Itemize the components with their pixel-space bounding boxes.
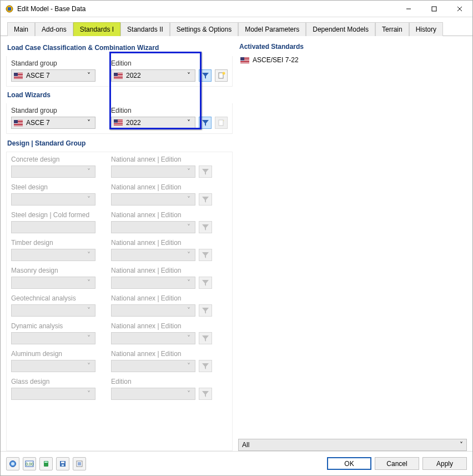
tab-history[interactable]: History xyxy=(409,22,443,36)
svg-rect-16 xyxy=(44,462,48,463)
new-button-loadcase[interactable] xyxy=(215,69,228,82)
design-row-annex-label: National annex | Edition xyxy=(111,239,195,249)
filter-button-design xyxy=(199,360,212,372)
combo-loadcase-edition[interactable]: 2022 ˅ xyxy=(111,69,195,82)
tab-standards-2[interactable]: Standards II xyxy=(120,22,170,36)
titlebar: Edit Model - Base Data xyxy=(1,1,472,17)
chevron-down-icon: ˅ xyxy=(85,196,93,203)
combo-design-standard: ˅ xyxy=(11,193,95,206)
help-button[interactable] xyxy=(6,457,19,470)
combo-filter-all-value: All xyxy=(242,441,460,449)
design-row-label: Concrete design xyxy=(11,156,95,166)
design-row-label: Dynamic analysis xyxy=(11,322,95,332)
chevron-down-icon: ˅ xyxy=(85,362,93,370)
chevron-down-icon: ˅ xyxy=(185,390,193,398)
combo-design-edition: ˅ xyxy=(111,360,195,372)
design-row-annex-label: National annex | Edition xyxy=(111,183,195,193)
design-row: Glass design ˅ Edition ˅ xyxy=(11,378,228,400)
filter-button-loadwiz[interactable] xyxy=(199,117,212,129)
apply-button[interactable]: Apply xyxy=(422,457,467,470)
label-standard-group: Standard group xyxy=(11,59,95,69)
tab-dependent-models[interactable]: Dependent Models xyxy=(306,22,375,36)
save-icon xyxy=(59,460,67,468)
filter-button-design xyxy=(199,332,212,344)
tab-model-parameters[interactable]: Model Parameters xyxy=(238,22,306,36)
combo-filter-all[interactable]: All ˅ xyxy=(238,439,467,451)
combo-design-edition: ˅ xyxy=(111,193,195,206)
minimize-button[interactable] xyxy=(396,1,421,17)
combo-design-edition: ˅ xyxy=(111,221,195,233)
design-row: Steel design | Cold formed National anne… xyxy=(11,211,228,233)
design-row: Dynamic analysis ˅ National annex | Edit… xyxy=(11,322,228,344)
filter-icon xyxy=(202,119,209,127)
design-row-annex-label: National annex | Edition xyxy=(111,322,195,332)
cancel-button[interactable]: Cancel xyxy=(375,457,419,470)
chevron-down-icon: ˅ xyxy=(85,119,93,127)
content-area: Load Case Classification & Combination W… xyxy=(1,36,472,451)
maximize-button[interactable] xyxy=(421,1,447,17)
design-row: Steel design ˅ National annex | Edition … xyxy=(11,183,228,206)
filter-icon xyxy=(202,334,209,342)
save-button[interactable] xyxy=(56,457,69,470)
filter-icon xyxy=(202,307,209,314)
design-row-label: Masonry design xyxy=(11,267,95,277)
combo-design-standard: ˅ xyxy=(11,304,95,317)
chevron-down-icon: ˅ xyxy=(185,168,193,176)
activated-item[interactable]: ASCE/SEI 7-22 xyxy=(238,55,467,65)
combo-loadwiz-edition[interactable]: 2022 ˅ xyxy=(111,117,195,129)
combo-design-edition: ˅ xyxy=(111,166,195,178)
chevron-down-icon: ˅ xyxy=(85,72,93,79)
ok-button[interactable]: OK xyxy=(327,457,371,470)
calc-button[interactable] xyxy=(39,457,53,470)
right-column: Activated Standards ASCE/SEI 7-22 All ˅ xyxy=(238,42,467,451)
list-icon xyxy=(76,460,83,468)
section-loadcase-title: Load Case Classification & Combination W… xyxy=(6,42,233,56)
svg-marker-10 xyxy=(223,120,224,121)
flag-us-icon xyxy=(114,73,123,79)
filter-button-design xyxy=(199,249,212,261)
chevron-down-icon: ˅ xyxy=(85,168,93,176)
design-row-label: Steel design | Cold formed xyxy=(11,211,95,221)
units-button[interactable]: 0,00 xyxy=(23,457,36,470)
window-title: Edit Model - Base Data xyxy=(17,5,396,13)
tab-standards-1[interactable]: Standards I xyxy=(73,22,120,36)
design-row: Aluminum design ˅ National annex | Editi… xyxy=(11,350,228,372)
combo-design-standard: ˅ xyxy=(11,249,95,261)
activated-item-label: ASCE/SEI 7-22 xyxy=(253,56,299,64)
combo-design-edition: ˅ xyxy=(111,277,195,289)
chevron-down-icon: ˅ xyxy=(85,251,93,259)
list-button[interactable] xyxy=(73,457,86,470)
filter-icon xyxy=(202,223,209,231)
combo-design-standard: ˅ xyxy=(11,166,95,178)
filter-button-design xyxy=(199,221,212,233)
chevron-down-icon: ˅ xyxy=(85,334,93,342)
combo-design-edition: ˅ xyxy=(111,388,195,400)
combo-loadwiz-standard[interactable]: ASCE 7 ˅ xyxy=(11,117,95,129)
filter-button-loadcase[interactable] xyxy=(199,69,212,82)
tab-addons[interactable]: Add-ons xyxy=(35,22,73,36)
chevron-down-icon: ˅ xyxy=(460,441,463,449)
design-row: Geotechnical analysis ˅ National annex |… xyxy=(11,294,228,317)
design-row: Masonry design ˅ National annex | Editio… xyxy=(11,267,228,289)
tab-settings-options[interactable]: Settings & Options xyxy=(170,22,238,36)
filter-icon xyxy=(202,390,209,398)
svg-rect-19 xyxy=(62,464,64,466)
calc-icon xyxy=(42,460,50,468)
design-row-annex-label: National annex | Edition xyxy=(111,211,195,221)
filter-button-design xyxy=(199,277,212,289)
combo-loadwiz-edition-value: 2022 xyxy=(126,119,185,127)
chevron-down-icon: ˅ xyxy=(185,334,193,342)
svg-rect-3 xyxy=(432,7,436,11)
tab-terrain[interactable]: Terrain xyxy=(375,22,409,36)
design-row-annex-label: National annex | Edition xyxy=(111,294,195,304)
combo-loadcase-standard[interactable]: ASCE 7 ˅ xyxy=(11,69,95,82)
svg-text:0,00: 0,00 xyxy=(26,462,33,466)
units-icon: 0,00 xyxy=(25,460,34,468)
combo-design-standard xyxy=(11,221,95,233)
tab-main[interactable]: Main xyxy=(7,22,35,36)
close-button[interactable] xyxy=(447,1,472,17)
design-row-annex-label: National annex | Edition xyxy=(111,156,195,166)
chevron-down-icon: ˅ xyxy=(185,196,193,203)
chevron-down-icon: ˅ xyxy=(85,279,93,287)
svg-rect-18 xyxy=(61,462,64,463)
